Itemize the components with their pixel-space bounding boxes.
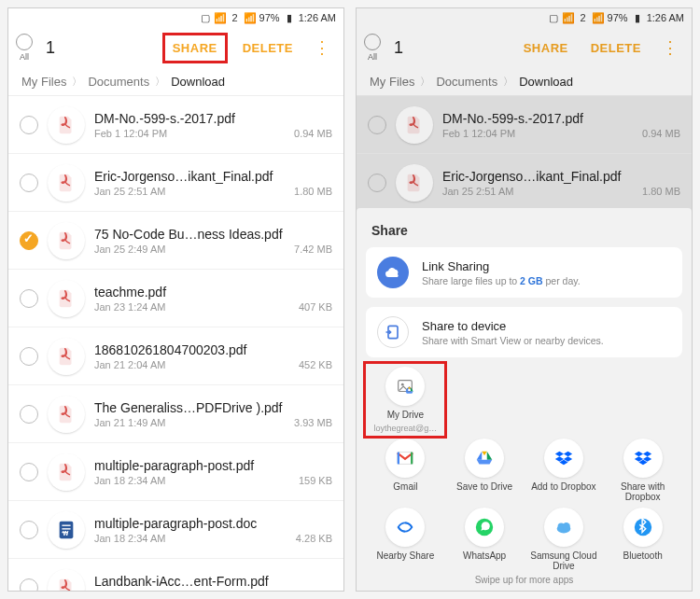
signal-icon: 📶 [245, 12, 256, 23]
app-icon [465, 439, 504, 478]
file-size: 407 KB [299, 301, 332, 313]
pdf-file-icon [48, 396, 85, 433]
select-all-button[interactable]: All [16, 34, 33, 62]
battery-text: 97% [259, 12, 280, 23]
app-icon [385, 508, 425, 547]
file-row[interactable]: Landbank-iAcc…ent-Form.pdf Dec 19, 2020 … [8, 559, 343, 591]
share-target[interactable]: Samsung Cloud Drive [527, 508, 600, 571]
file-size: 1.80 MB [294, 186, 332, 197]
app-icon [385, 439, 425, 478]
select-all-icon [16, 34, 33, 50]
share-target-label: Share with Dropbox [607, 481, 679, 502]
share-target-label: Samsung Cloud Drive [527, 550, 600, 571]
swipe-hint: Swipe up for more apps [366, 575, 682, 585]
selection-count: 1 [46, 38, 55, 58]
share-target[interactable]: Share with Dropbox [607, 439, 679, 502]
file-date: Jan 18 2:34 AM [94, 533, 165, 544]
share-target-label: Add to Dropbox [531, 481, 596, 492]
file-name: 186810261804700203.pdf [94, 342, 332, 357]
share-to-device-icon [377, 316, 409, 348]
app-icon [544, 508, 583, 547]
file-size: 159 KB [299, 591, 332, 592]
share-target-label: WhatsApp [463, 550, 506, 561]
selection-toolbar: All 1 SHARE DELETE ⋮ [8, 27, 343, 68]
share-target[interactable]: Bluetooth [607, 508, 679, 571]
pdf-file-icon [48, 222, 85, 259]
file-row[interactable]: multiple-paragraph-post.pdf Jan 18 2:34 … [8, 443, 343, 501]
share-target-label: Nearby Share [377, 550, 435, 561]
link-sharing-sub: Share large files up to 2 GB per day. [422, 275, 581, 286]
file-row[interactable]: multiple-paragraph-post.doc Jan 18 2:34 … [8, 501, 343, 559]
phone-right: ▢ 📶 2 📶 97% ▮ 1:26 AM All 1 SHARE DELETE… [356, 7, 693, 592]
file-date: Dec 19, 2020 10:01 PM [94, 591, 203, 592]
row-checkbox[interactable] [20, 463, 38, 481]
row-checkbox[interactable] [20, 521, 38, 539]
file-date: Jan 18 2:34 AM [94, 475, 165, 486]
row-checkbox[interactable] [20, 578, 38, 592]
cloud-icon [377, 257, 409, 288]
file-size: 4.28 KB [296, 533, 332, 544]
link-sharing-title: Link Sharing [422, 259, 581, 273]
breadcrumb: My Files 〉 Documents 〉 Download [8, 68, 343, 96]
battery-icon: ▮ [284, 12, 295, 23]
share-target[interactable]: WhatsApp [448, 508, 521, 571]
file-size: 159 KB [299, 475, 332, 486]
share-sheet: Share Link Sharing Share large files up … [357, 208, 692, 591]
pdf-file-icon [48, 338, 85, 375]
file-name: multiple-paragraph-post.pdf [94, 458, 332, 473]
pdf-file-icon [48, 164, 85, 202]
share-to-device-card[interactable]: Share to device Share with Smart View or… [366, 307, 682, 357]
file-name: Eric-Jorgenso…ikant_Final.pdf [94, 169, 332, 184]
share-target[interactable]: Add to Dropbox [527, 439, 600, 502]
file-row[interactable]: DM-No.-599-s.-2017.pdf Feb 1 12:04 PM0.9… [8, 96, 343, 154]
app-icon [623, 508, 663, 547]
file-name: teachme.pdf [94, 285, 332, 300]
row-checkbox[interactable] [20, 289, 38, 308]
pdf-file-icon [48, 106, 85, 144]
share-target-label: Save to Drive [456, 481, 512, 492]
file-row[interactable]: Eric-Jorgenso…ikant_Final.pdf Jan 25 2:5… [8, 154, 343, 212]
file-name: multiple-paragraph-post.doc [94, 516, 332, 531]
row-checkbox[interactable] [20, 174, 38, 192]
share-target-my-drive[interactable]: My Drive loythegreat@g… [369, 367, 441, 433]
file-date: Feb 1 12:04 PM [94, 128, 167, 139]
pdf-file-icon [48, 280, 85, 317]
file-date: Jan 25 2:49 AM [94, 244, 165, 255]
row-checkbox[interactable] [20, 405, 38, 424]
crumb-documents[interactable]: Documents [88, 75, 149, 89]
delete-button[interactable]: DELETE [235, 35, 301, 61]
phone-left: ▢ 📶 2 📶 97% ▮ 1:26 AM All 1 SHARE DELETE… [7, 7, 344, 592]
more-menu-button[interactable]: ⋮ [308, 37, 336, 58]
app-icon [544, 439, 583, 478]
file-row[interactable]: 75 No-Code Bu…ness Ideas.pdf Jan 25 2:49… [8, 212, 343, 270]
share-button[interactable]: SHARE [162, 33, 228, 63]
app-icon [465, 508, 504, 547]
row-checkbox[interactable] [20, 116, 38, 134]
share-target[interactable]: Save to Drive [448, 439, 521, 502]
file-name: The Generaliss…PDFDrive ).pdf [94, 400, 332, 415]
file-list[interactable]: DM-No.-599-s.-2017.pdf Feb 1 12:04 PM0.9… [8, 96, 343, 591]
file-name: 75 No-Code Bu…ness Ideas.pdf [94, 227, 332, 242]
row-checkbox[interactable] [20, 231, 38, 250]
share-target[interactable]: Nearby Share [369, 508, 441, 571]
file-row[interactable]: 186810261804700203.pdf Jan 21 2:04 AM452… [8, 327, 343, 385]
file-name: DM-No.-599-s.-2017.pdf [94, 111, 332, 126]
crumb-current: Download [171, 75, 225, 89]
share-target[interactable]: Gmail [369, 439, 441, 502]
share-to-device-title: Share to device [422, 319, 604, 333]
file-date: Jan 25 2:51 AM [94, 186, 165, 197]
link-sharing-card[interactable]: Link Sharing Share large files up to 2 G… [366, 247, 682, 298]
file-row[interactable]: The Generaliss…PDFDrive ).pdf Jan 21 1:4… [8, 385, 343, 443]
file-size: 3.93 MB [294, 417, 332, 428]
file-size: 0.94 MB [294, 128, 332, 139]
status-bar: ▢ 📶 2 📶 97% ▮ 1:26 AM [8, 8, 343, 27]
file-row[interactable]: teachme.pdf Jan 23 1:24 AM407 KB [8, 270, 343, 327]
select-all-label: All [20, 52, 29, 62]
file-date: Jan 21 2:04 AM [94, 359, 165, 370]
app-icon [623, 439, 663, 478]
wifi-icon: 📶 [215, 12, 226, 23]
cast-icon: ▢ [200, 12, 211, 23]
file-date: Jan 23 1:24 AM [94, 301, 165, 313]
row-checkbox[interactable] [20, 347, 38, 366]
crumb-root[interactable]: My Files [21, 75, 66, 89]
